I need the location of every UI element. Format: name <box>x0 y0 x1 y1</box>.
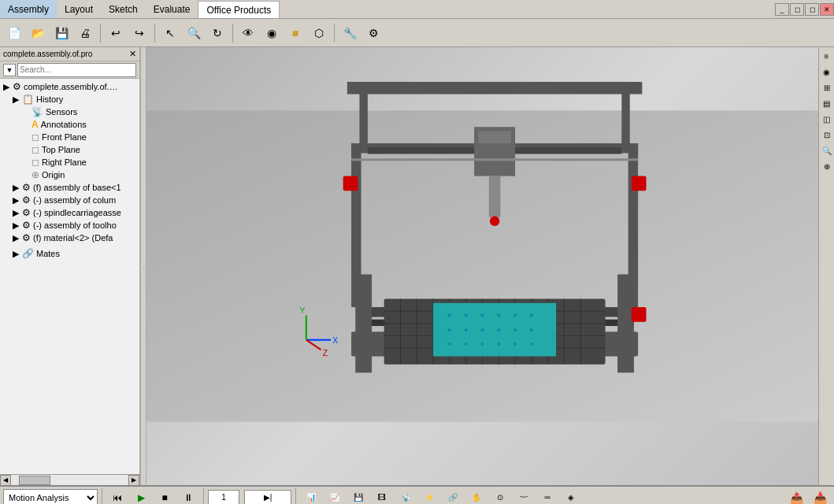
tools-button[interactable]: 🔧 <box>339 22 361 44</box>
shading-button[interactable]: ◉ <box>261 22 283 44</box>
scroll-right-btn[interactable]: ▶ <box>128 475 139 486</box>
material-button[interactable]: ⬡ <box>308 22 330 44</box>
filter-button[interactable]: ▼ <box>3 64 16 76</box>
right-icon-8[interactable]: ⊕ <box>820 159 834 173</box>
right-icon-3[interactable]: ⊞ <box>820 80 834 94</box>
tree-item-root[interactable]: ▶ ⚙ complete.assembly.of.pro <box>0 80 139 93</box>
svg-point-41 <box>530 343 533 346</box>
tree-item-spindle[interactable]: ▶ ⚙ (-) spindlecarriageasse <box>0 206 139 219</box>
redo-button[interactable]: ↪ <box>128 22 150 44</box>
top-plane-icon: ◻ <box>32 144 39 155</box>
right-plane-label: Right Plane <box>42 158 87 167</box>
spindle-icon: ⚙ <box>22 207 31 218</box>
menu-evaluate[interactable]: Evaluate <box>146 0 198 18</box>
import-button[interactable]: 📥 <box>809 487 831 505</box>
tree-item-top-plane[interactable]: ◻ Top Plane <box>0 143 139 156</box>
print-button[interactable]: 🖨 <box>74 22 96 44</box>
new-button[interactable]: 📄 <box>3 22 25 44</box>
friction-button[interactable]: ✋ <box>465 487 487 505</box>
sensor-result-button[interactable]: 📡 <box>395 487 417 505</box>
scroll-left-btn[interactable]: ◀ <box>0 475 11 486</box>
tree-item-mates[interactable]: ▶ 🔗 Mates <box>0 247 139 260</box>
zoom-button[interactable]: 🔍 <box>183 22 205 44</box>
right-icon-4[interactable]: ▤ <box>820 96 834 110</box>
contact-button[interactable]: ⊙ <box>489 487 511 505</box>
svg-point-24 <box>448 313 451 317</box>
minimize-button[interactable]: _ <box>775 3 789 16</box>
motion-type-select[interactable]: Motion Analysis <box>3 489 98 505</box>
svg-point-34 <box>513 328 517 332</box>
play-from-start-button[interactable]: ⏮ <box>106 487 128 505</box>
history-label: History <box>36 94 63 104</box>
stop-button[interactable]: ■ <box>154 487 176 505</box>
separator-4 <box>334 24 335 43</box>
menu-layout[interactable]: Layout <box>57 0 101 18</box>
svg-point-40 <box>513 343 517 346</box>
play-button[interactable]: ▶ <box>130 487 152 505</box>
view-button[interactable]: 👁 <box>237 22 259 44</box>
close-button[interactable]: ✕ <box>820 3 834 16</box>
menu-assembly[interactable]: Assembly <box>0 0 57 18</box>
right-icon-6[interactable]: ⊡ <box>820 128 834 142</box>
svg-rect-45 <box>351 143 361 307</box>
tree-item-base[interactable]: ▶ ⚙ (f) assembly of base<1 <box>0 181 139 194</box>
right-icon-5[interactable]: ◫ <box>820 112 834 126</box>
spindle-label: (-) spindlecarriageasse <box>33 208 121 217</box>
main-layout: complete.assembly.of.pro ✕ ▼ ▶ ⚙ complet… <box>0 47 834 485</box>
tree-item-front-plane[interactable]: ◻ Front Plane <box>0 131 139 143</box>
tree-item-material[interactable]: ▶ ⚙ (f) material<2> (Defa <box>0 232 139 244</box>
right-icon-7[interactable]: 🔍 <box>820 143 834 158</box>
scroll-track[interactable] <box>11 475 128 485</box>
spring-button[interactable]: 〰 <box>513 487 535 505</box>
tree-item-history[interactable]: ▶ 📋 History <box>0 93 139 106</box>
tree-item-right-plane[interactable]: ◻ Right Plane <box>0 156 139 169</box>
menu-office-products[interactable]: Office Products <box>198 1 280 18</box>
result-button[interactable]: 📈 <box>324 487 346 505</box>
time-display[interactable]: 1 <box>208 490 239 505</box>
calculate-button[interactable]: 📊 <box>300 487 322 505</box>
export-button[interactable]: 📤 <box>785 487 807 505</box>
open-button[interactable]: 📂 <box>27 22 49 44</box>
mates-icon: 🔗 <box>22 248 34 259</box>
save-result-button[interactable]: 💾 <box>347 487 369 505</box>
3d-model-svg: X Y Z <box>146 47 818 485</box>
window-controls: _ ◻ ◻ ✕ <box>774 0 834 18</box>
svg-rect-50 <box>478 131 511 143</box>
tree-item-origin[interactable]: ⊕ Origin <box>0 169 139 181</box>
svg-rect-44 <box>621 86 629 151</box>
search-input[interactable] <box>17 63 136 77</box>
redundancy-button[interactable]: 🔗 <box>442 487 464 505</box>
undo-button[interactable]: ↩ <box>105 22 127 44</box>
tree-item-column[interactable]: ▶ ⚙ (-) assembly of colum <box>0 194 139 206</box>
color-button[interactable]: ■ <box>284 22 306 44</box>
menu-sketch[interactable]: Sketch <box>101 0 146 18</box>
menu-bar: Assembly Layout Sketch Evaluate Office P… <box>0 0 834 19</box>
select-button[interactable]: ↖ <box>159 22 181 44</box>
left-panel-hscroll[interactable]: ◀ ▶ <box>0 474 139 485</box>
3d-contact-button[interactable]: ◈ <box>560 487 582 505</box>
rotate-button[interactable]: ↻ <box>206 22 228 44</box>
restore-button[interactable]: ◻ <box>790 3 804 16</box>
root-icon: ⚙ <box>13 81 21 92</box>
pause-button[interactable]: ⏸ <box>177 487 199 505</box>
scroll-thumb[interactable] <box>19 476 50 485</box>
left-panel-close[interactable]: ✕ <box>129 49 136 59</box>
damper-button[interactable]: ═ <box>536 487 558 505</box>
options-button[interactable]: ⚙ <box>362 22 384 44</box>
animate-button[interactable]: 🎞 <box>371 487 393 505</box>
3d-viewport[interactable]: X Y Z <box>146 47 818 485</box>
maximize-button[interactable]: ◻ <box>805 3 819 16</box>
tree-item-toolholder[interactable]: ▶ ⚙ (-) assembly of toolho <box>0 219 139 232</box>
tree-item-sensors[interactable]: 📡 Sensors <box>0 106 139 118</box>
separator-1 <box>100 24 101 43</box>
event-button[interactable]: ⚡ <box>418 487 440 505</box>
speed-select[interactable]: ▶| <box>244 490 291 505</box>
left-panel-header: complete.assembly.of.pro ✕ <box>0 47 139 61</box>
save-button[interactable]: 💾 <box>50 22 72 44</box>
right-icon-2[interactable]: ◉ <box>820 65 834 79</box>
svg-rect-46 <box>628 143 638 307</box>
panel-resize-handle[interactable]: ··· <box>140 47 146 485</box>
tree-item-annotations[interactable]: A Annotations <box>0 118 139 131</box>
right-icon-1[interactable]: ≡ <box>820 49 834 63</box>
sensors-label: Sensors <box>46 107 77 117</box>
